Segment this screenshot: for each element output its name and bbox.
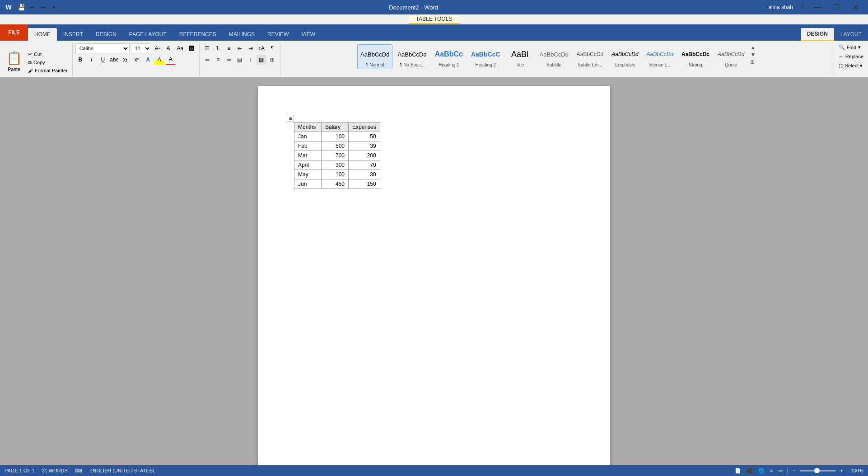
bullets-btn[interactable]: ☰ [202,43,212,53]
table-cell-col2[interactable]: 150 [349,179,380,189]
table-cell-col2[interactable]: 50 [349,132,380,141]
style-subtle-em[interactable]: AaBbCcDd Subtle Em... [574,44,607,69]
show-hide-btn[interactable]: ¶ [267,43,277,53]
line-spacing-btn[interactable]: ↕ [246,55,256,65]
style-no-space-label: ¶ No Spac... [400,62,425,67]
font-family-select[interactable]: Calibri [75,43,130,53]
table-cell-col0[interactable]: Jan [294,132,322,141]
help-btn[interactable]: ? [798,2,807,12]
table-move-handle[interactable]: ⊕ [287,115,294,122]
restore-btn[interactable]: ❐ [827,0,845,14]
table-cell-col2[interactable]: 30 [349,170,380,179]
tab-file[interactable]: FILE [0,24,28,41]
view-fullscreen-btn[interactable]: ⬛ [746,467,754,475]
tab-design[interactable]: DESIGN [89,28,123,41]
style-quote[interactable]: AaBbCcDd Quote [714,44,747,69]
copy-button[interactable]: ⧉ Copy [26,59,70,66]
view-outline-btn[interactable]: ≡ [769,467,774,474]
strikethrough-btn[interactable]: abc [109,55,119,65]
style-no-space[interactable]: AaBbCcDd ¶ No Spac... [394,44,429,69]
close-btn[interactable]: ✕ [846,0,864,14]
style-subtitle[interactable]: AaBbCcDd Subtitle [537,44,572,69]
table-cell-col1[interactable]: 450 [322,179,349,189]
font-color-btn[interactable]: A [166,55,176,65]
sort-btn[interactable]: ↕A [257,43,266,53]
view-web-btn[interactable]: 🌐 [757,467,765,475]
table-cell-col0[interactable]: Feb [294,141,322,151]
borders-btn[interactable]: ⊞ [267,55,277,65]
tab-page-layout[interactable]: PAGE LAYOUT [123,28,173,41]
table-cell-col0[interactable]: Jun [294,179,322,189]
zoom-in-btn[interactable]: + [840,467,844,474]
replace-button[interactable]: ↔ Replace [837,53,865,60]
change-case-btn[interactable]: Aa [175,43,185,53]
style-title[interactable]: AaBl Title [505,44,535,69]
table-cell-col1[interactable]: 100 [322,170,349,179]
clear-format-btn[interactable]: 🅰 [187,43,196,53]
save-btn[interactable]: 💾 [16,2,26,12]
data-table[interactable]: Months Salary Expenses Jan10050Feb50039M… [294,122,380,189]
styles-scroll-up[interactable]: ▲ ▼ ⊞ [749,44,756,65]
tab-insert[interactable]: INSERT [57,28,89,41]
user-name[interactable]: alina shah [768,4,793,10]
table-cell-col1[interactable]: 300 [322,160,349,170]
subscript-btn[interactable]: x₂ [121,55,131,65]
style-strong[interactable]: AaBbCcDc Strong [678,44,713,69]
tab-view[interactable]: VIEW [295,28,322,41]
table-cell-col1[interactable]: 500 [322,141,349,151]
table-cell-col2[interactable]: 70 [349,160,380,170]
document-page[interactable]: ⊕ Months Salary Expenses Jan10050Feb5003… [258,86,610,465]
view-print-btn[interactable]: 📄 [734,467,742,475]
paste-button[interactable]: 📋 Paste [3,49,25,74]
style-heading1[interactable]: AaBbCc Heading 1 [432,44,466,69]
zoom-level[interactable]: 100% [848,468,863,473]
redo-btn[interactable]: ↪ [38,2,48,12]
find-button[interactable]: 🔍 Find ▾ [837,43,865,51]
select-button[interactable]: ⬚ Select ▾ [837,62,865,70]
tab-review[interactable]: REVIEW [261,28,295,41]
format-painter-button[interactable]: 🖌 Format Painter [26,67,70,74]
minimize-btn[interactable]: — [808,0,826,14]
quick-access-dropdown[interactable]: ▾ [49,2,59,12]
zoom-out-btn[interactable]: − [791,467,796,474]
view-draft-btn[interactable]: ▭ [777,467,784,475]
tab-tt-design[interactable]: DESIGN [801,28,834,41]
style-normal[interactable]: AaBbCcDd ¶ Normal [357,44,392,69]
justify-btn[interactable]: ▤ [235,55,245,65]
text-highlight-btn[interactable]: A [154,55,164,65]
zoom-slider[interactable] [800,470,836,471]
style-heading2[interactable]: AaBbCcC Heading 2 [468,44,504,69]
align-center-btn[interactable]: ≡ [213,55,223,65]
font-size-select[interactable]: 11 [131,43,151,53]
shading-btn[interactable]: ▨ [257,55,266,65]
style-intense-em[interactable]: AaBbCcDd Intense E... [644,44,677,69]
numbering-btn[interactable]: 1. [213,43,223,53]
bold-btn[interactable]: B [75,55,85,65]
increase-font-btn[interactable]: A+ [153,43,163,53]
document-area[interactable]: ⊕ Months Salary Expenses Jan10050Feb5003… [0,77,868,465]
align-left-btn[interactable]: ⇦ [202,55,212,65]
cut-button[interactable]: ✂ Cut [26,51,70,58]
table-cell-col1[interactable]: 700 [322,151,349,160]
align-right-btn[interactable]: ⇨ [224,55,234,65]
table-cell-col0[interactable]: April [294,160,322,170]
underline-btn[interactable]: U [98,55,108,65]
undo-btn[interactable]: ↩ [27,2,37,12]
superscript-btn[interactable]: x² [132,55,142,65]
tab-tt-layout[interactable]: LAYOUT [834,28,868,41]
increase-indent-btn[interactable]: ⇥ [246,43,256,53]
tab-references[interactable]: REFERENCES [173,28,223,41]
tab-home[interactable]: HOME [28,28,57,41]
decrease-indent-btn[interactable]: ⇤ [235,43,245,53]
multilevel-btn[interactable]: ≡ [224,43,234,53]
table-cell-col1[interactable]: 100 [322,132,349,141]
italic-btn[interactable]: I [87,55,97,65]
table-cell-col2[interactable]: 39 [349,141,380,151]
tab-mailings[interactable]: MAILINGS [223,28,261,41]
style-emphasis[interactable]: AaBbCcDd Emphasis [608,44,641,69]
text-effects-btn[interactable]: A [143,55,153,65]
table-cell-col2[interactable]: 200 [349,151,380,160]
decrease-font-btn[interactable]: A- [164,43,174,53]
table-cell-col0[interactable]: Mar [294,151,322,160]
table-cell-col0[interactable]: May [294,170,322,179]
